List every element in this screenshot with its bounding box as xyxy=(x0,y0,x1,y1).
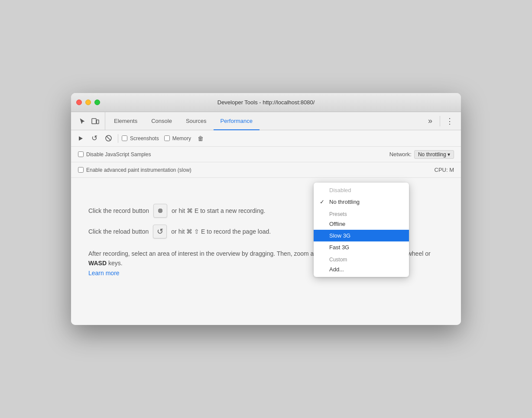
maximize-button[interactable] xyxy=(94,100,100,105)
minimize-button[interactable] xyxy=(85,100,91,105)
svg-marker-2 xyxy=(79,136,83,141)
memory-label: Memory xyxy=(172,135,191,141)
disable-js-samples-label[interactable]: Disable JavaScript Samples xyxy=(78,151,151,158)
screenshots-label: Screenshots xyxy=(130,135,159,141)
menu-item-add[interactable]: Add... xyxy=(314,264,409,275)
record-button[interactable] xyxy=(75,132,87,145)
reload-record-button[interactable]: ↺ xyxy=(88,132,101,145)
close-button[interactable] xyxy=(76,100,82,105)
disabled-label: Disabled xyxy=(329,187,351,193)
advanced-paint-text: Enable advanced paint instrumentation (s… xyxy=(86,167,191,173)
menu-item-no-throttling[interactable]: ✓ No throttling xyxy=(314,196,409,208)
presets-label: Presets xyxy=(329,211,347,217)
offline-label: Offline xyxy=(329,221,345,227)
menu-item-offline[interactable]: Offline xyxy=(314,218,409,230)
toolbar-divider-1 xyxy=(118,134,118,143)
menu-item-disabled: Disabled xyxy=(314,184,409,196)
memory-checkbox-label[interactable]: Memory xyxy=(164,135,191,141)
svg-rect-1 xyxy=(97,120,99,124)
tab-elements[interactable]: Elements xyxy=(107,112,144,130)
tab-sources[interactable]: Sources xyxy=(179,112,214,130)
clear-button[interactable]: 🗑 xyxy=(195,132,207,145)
tab-performance[interactable]: Performance xyxy=(214,112,260,130)
cpu-label: CPU: M xyxy=(435,167,454,173)
instruction2-middle: or hit ⌘ ⇧ E to record the page load. xyxy=(171,228,271,235)
disable-js-samples-checkbox[interactable] xyxy=(78,151,84,157)
no-throttling-label: No throttling xyxy=(329,199,360,205)
slow3g-label: Slow 3G xyxy=(329,232,350,239)
inline-reload-button[interactable]: ↺ xyxy=(153,225,167,238)
more-tabs-button[interactable]: » xyxy=(424,115,436,127)
stop-button[interactable] xyxy=(102,132,114,145)
disable-js-samples-text: Disable JavaScript Samples xyxy=(86,151,151,158)
settings-row-2: Enable advanced paint instrumentation (s… xyxy=(71,162,461,178)
add-label: Add... xyxy=(329,266,344,273)
settings-row-1: Disable JavaScript Samples Network: No t… xyxy=(71,147,461,162)
custom-label: Custom xyxy=(329,257,347,263)
svg-rect-0 xyxy=(92,119,96,124)
network-throttle-dropdown: Disabled ✓ No throttling Presets Offline… xyxy=(314,183,409,277)
description-bold: WASD xyxy=(88,260,107,267)
tab-console[interactable]: Console xyxy=(144,112,179,130)
cursor-icon[interactable] xyxy=(76,115,88,127)
devtools-menu-button[interactable]: ⋮ xyxy=(444,115,456,127)
menu-item-slow3g[interactable]: Slow 3G xyxy=(314,230,409,241)
performance-toolbar: ↺ Screenshots Memory 🗑 xyxy=(71,130,461,147)
traffic-lights xyxy=(76,100,100,105)
tab-bar-left-icons xyxy=(73,112,105,130)
screenshots-checkbox-label[interactable]: Screenshots xyxy=(122,135,159,141)
tabs: Elements Console Sources Performance xyxy=(107,112,260,130)
learn-more-link[interactable]: Learn more xyxy=(88,270,120,277)
menu-section-presets: Presets xyxy=(314,208,409,218)
instruction1-middle: or hit ⌘ E to start a new recording. xyxy=(172,207,265,214)
inline-record-button[interactable]: ⏺ xyxy=(153,204,167,218)
fast3g-label: Fast 3G xyxy=(329,244,349,251)
title-bar: Developer Tools - http://localhost:8080/ xyxy=(71,93,461,112)
cpu-settings-right: CPU: M xyxy=(435,167,454,173)
advanced-paint-checkbox[interactable] xyxy=(78,167,84,173)
menu-item-fast3g[interactable]: Fast 3G xyxy=(314,241,409,253)
device-toggle-icon[interactable] xyxy=(89,115,101,127)
memory-checkbox[interactable] xyxy=(164,135,170,141)
window-title: Developer Tools - http://localhost:8080/ xyxy=(217,99,315,106)
checkmark-icon: ✓ xyxy=(320,199,324,205)
tab-bar: Elements Console Sources Performance » ⋮ xyxy=(71,112,461,130)
network-throttle-button[interactable]: No throttling ▾ xyxy=(414,150,454,159)
settings-area: Disable JavaScript Samples Network: No t… xyxy=(71,147,461,178)
instruction2-before: Click the reload button xyxy=(88,228,149,235)
network-label: Network: xyxy=(389,151,412,158)
instruction1-before: Click the record button xyxy=(88,207,149,214)
advanced-paint-label[interactable]: Enable advanced paint instrumentation (s… xyxy=(78,167,191,173)
menu-section-custom: Custom xyxy=(314,253,409,264)
screenshots-checkbox[interactable] xyxy=(122,135,127,141)
network-settings-right: Network: No throttling ▾ xyxy=(389,150,454,159)
devtools-window: Developer Tools - http://localhost:8080/… xyxy=(71,93,461,325)
svg-line-4 xyxy=(107,136,110,140)
description-part2: keys. xyxy=(107,260,123,267)
tab-bar-right: » ⋮ xyxy=(421,112,459,130)
tab-bar-divider xyxy=(440,116,440,126)
